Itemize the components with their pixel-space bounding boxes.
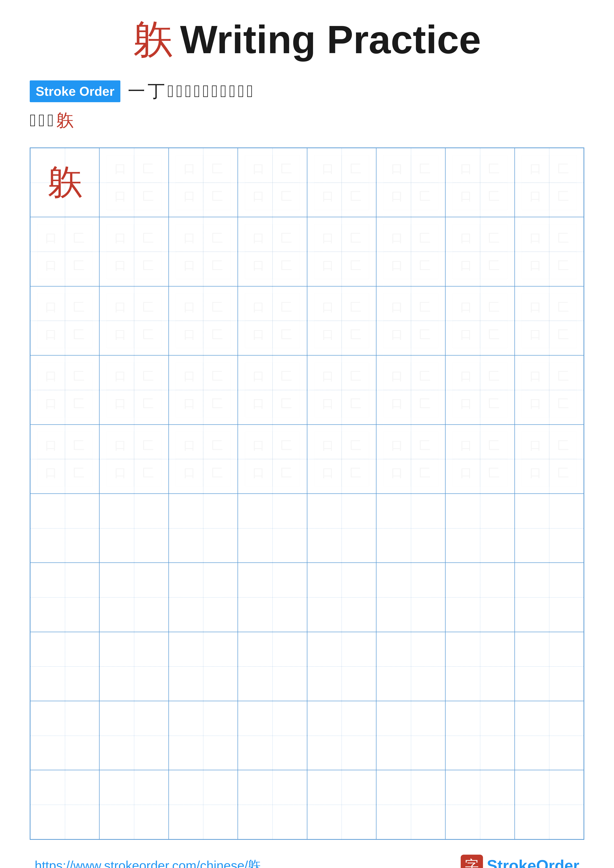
- grid-cell-faint[interactable]: 口 匚 口 匚: [30, 355, 99, 424]
- mini-cell: 匚: [411, 293, 438, 321]
- grid-cell-faint[interactable]: 口 匚 口 匚: [99, 355, 168, 424]
- writing-cell[interactable]: [445, 770, 515, 839]
- writing-cell[interactable]: [376, 494, 445, 563]
- grid-cell-faint[interactable]: 口 匚 口 匚: [238, 286, 307, 355]
- mini-cell: 匚: [272, 224, 300, 252]
- grid-cell-faint[interactable]: 口 匚 口 匚: [515, 425, 584, 494]
- grid-cell-faint[interactable]: 口 匚 口 匚: [30, 286, 99, 355]
- writing-cell[interactable]: [30, 632, 99, 701]
- mini-cell: 口: [522, 431, 549, 459]
- grid-cell-faint[interactable]: 口 匚 口 匚: [169, 217, 238, 286]
- writing-cell[interactable]: [445, 494, 515, 563]
- grid-cell-faint[interactable]: 口 匚 口 匚: [99, 217, 168, 286]
- grid-cell-faint[interactable]: 口 匚 口 匚: [238, 425, 307, 494]
- mini-cell: 匚: [549, 252, 577, 279]
- grid-cell-faint[interactable]: 口 匚 口 匚: [99, 425, 168, 494]
- footer-url[interactable]: https://www.strokeorder.com/chinese/䠶: [35, 857, 261, 868]
- writing-cell[interactable]: [169, 770, 238, 839]
- writing-cell[interactable]: [238, 632, 307, 701]
- writing-cell[interactable]: [376, 563, 445, 632]
- grid-cell-faint[interactable]: 口 匚 口 匚: [445, 217, 515, 286]
- grid-cell-faint[interactable]: 口 匚 口 匚: [238, 148, 307, 217]
- grid-cell-main[interactable]: 䠶: [30, 148, 99, 217]
- writing-cell[interactable]: [307, 494, 376, 563]
- writing-cell[interactable]: [30, 494, 99, 563]
- grid-cell-faint[interactable]: 口 匚 口 匚: [307, 148, 376, 217]
- grid-cell-faint[interactable]: 口 匚 口 匚: [376, 217, 445, 286]
- mini-cell: 匚: [480, 321, 507, 348]
- grid-cell-faint[interactable]: 口 匚 口 匚: [515, 286, 584, 355]
- grid-cell-faint[interactable]: 口 匚 口 匚: [445, 425, 515, 494]
- mini-cell: 匚: [480, 224, 507, 252]
- grid-cell-faint[interactable]: 口 匚 口 匚: [169, 286, 238, 355]
- stroke-step-5: 𠄏: [185, 79, 191, 104]
- writing-cell[interactable]: [30, 563, 99, 632]
- writing-cell[interactable]: [238, 494, 307, 563]
- grid-cell-faint[interactable]: 口 匚 口 匚: [99, 148, 168, 217]
- grid-cell-faint[interactable]: 口 匚 口 匚: [307, 355, 376, 424]
- writing-cell[interactable]: [99, 494, 168, 563]
- mini-cell: 匚: [134, 183, 162, 210]
- writing-cell[interactable]: [30, 770, 99, 839]
- writing-cell[interactable]: [99, 632, 168, 701]
- grid-cell-faint[interactable]: 口 匚 口 匚: [376, 286, 445, 355]
- grid-cell-faint[interactable]: 口 匚 口 匚: [515, 217, 584, 286]
- writing-cell[interactable]: [307, 770, 376, 839]
- mini-cell: 匚: [272, 459, 300, 487]
- mini-cell: 口: [522, 155, 549, 183]
- mini-cell: 口: [522, 224, 549, 252]
- grid-cell-faint[interactable]: 口 匚 口 匚: [445, 355, 515, 424]
- writing-cell[interactable]: [99, 563, 168, 632]
- writing-cell[interactable]: [169, 632, 238, 701]
- grid-cell-faint[interactable]: 口 匚 口 匚: [307, 425, 376, 494]
- grid-cell-faint[interactable]: 口 匚 口 匚: [307, 217, 376, 286]
- mini-cell: 口: [245, 459, 272, 487]
- grid-cell-faint[interactable]: 口 匚 口 匚: [169, 148, 238, 217]
- writing-cell[interactable]: [30, 701, 99, 770]
- writing-cell[interactable]: [376, 632, 445, 701]
- grid-cell-faint[interactable]: 口 匚 口 匚: [30, 217, 99, 286]
- writing-cell[interactable]: [169, 563, 238, 632]
- grid-cell-faint[interactable]: 口 匚 口 匚: [515, 355, 584, 424]
- grid-cell-faint[interactable]: 口 匚 口 匚: [376, 425, 445, 494]
- writing-cell[interactable]: [238, 770, 307, 839]
- grid-cell-faint[interactable]: 口 匚 口 匚: [30, 425, 99, 494]
- writing-cell[interactable]: [445, 563, 515, 632]
- mini-cell: 口: [107, 293, 134, 321]
- writing-cell[interactable]: [238, 563, 307, 632]
- grid-cell-faint[interactable]: 口 匚 口 匚: [376, 148, 445, 217]
- writing-cell[interactable]: [376, 701, 445, 770]
- writing-cell[interactable]: [307, 563, 376, 632]
- writing-cell[interactable]: [515, 701, 584, 770]
- writing-cell[interactable]: [515, 563, 584, 632]
- writing-cell[interactable]: [376, 770, 445, 839]
- writing-cell[interactable]: [515, 494, 584, 563]
- writing-cell[interactable]: [445, 632, 515, 701]
- writing-cell[interactable]: [99, 770, 168, 839]
- grid-cell-faint[interactable]: 口 匚 口 匚: [445, 148, 515, 217]
- writing-cell[interactable]: [169, 494, 238, 563]
- grid-cell-faint[interactable]: 口 匚 口 匚: [238, 217, 307, 286]
- writing-cell[interactable]: [238, 701, 307, 770]
- mini-cell: 口: [383, 293, 411, 321]
- mini-cell: 匚: [203, 183, 231, 210]
- grid-cell-faint[interactable]: 口 匚 口 匚: [169, 355, 238, 424]
- mini-cell: 口: [176, 155, 203, 183]
- grid-cell-faint[interactable]: 口 匚 口 匚: [445, 286, 515, 355]
- writing-cell[interactable]: [307, 701, 376, 770]
- grid-cell-faint[interactable]: 口 匚 口 匚: [515, 148, 584, 217]
- mini-cell: 口: [314, 252, 342, 279]
- grid-cell-faint[interactable]: 口 匚 口 匚: [376, 355, 445, 424]
- writing-cell[interactable]: [515, 770, 584, 839]
- mini-cell: 匚: [65, 293, 92, 321]
- mini-cell: 匚: [134, 390, 162, 417]
- writing-cell[interactable]: [307, 632, 376, 701]
- grid-cell-faint[interactable]: 口 匚 口 匚: [307, 286, 376, 355]
- grid-cell-faint[interactable]: 口 匚 口 匚: [169, 425, 238, 494]
- writing-cell[interactable]: [515, 632, 584, 701]
- writing-cell[interactable]: [99, 701, 168, 770]
- writing-cell[interactable]: [169, 701, 238, 770]
- grid-cell-faint[interactable]: 口 匚 口 匚: [238, 355, 307, 424]
- writing-cell[interactable]: [445, 701, 515, 770]
- grid-cell-faint[interactable]: 口 匚 口 匚: [99, 286, 168, 355]
